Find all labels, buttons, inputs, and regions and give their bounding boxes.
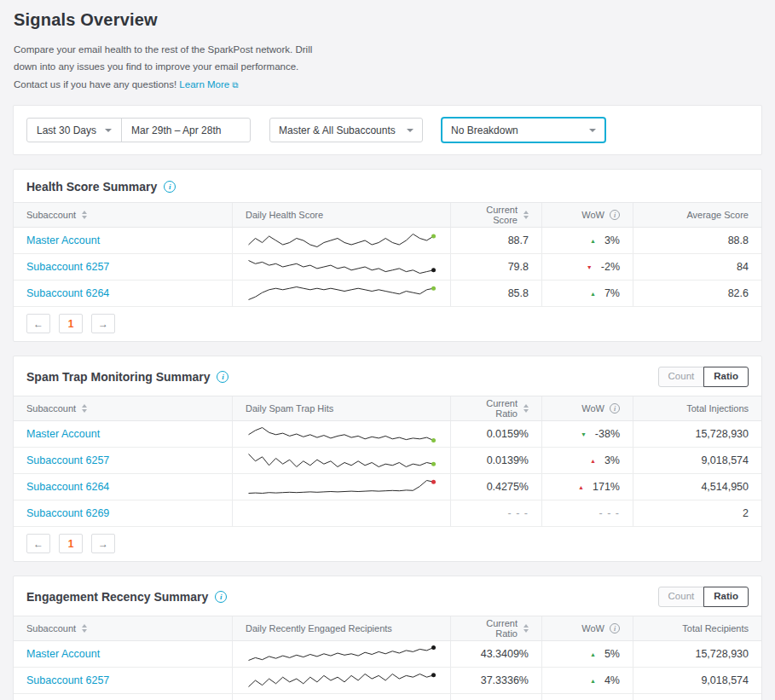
date-range-control: Last 30 Days Mar 29th – Apr 28th	[26, 118, 251, 142]
table-row: Master Account 0.0159% ▼ -38% 15,728,930	[14, 421, 761, 448]
total-injections-cell: 2	[633, 500, 761, 526]
breakdown-select[interactable]: No Breakdown	[442, 118, 605, 142]
current-score-cell: 88.7	[450, 228, 541, 253]
spam-trap-card: Spam Trap Monitoring Summary i Count Rat…	[13, 356, 762, 562]
sort-icon[interactable]	[82, 404, 87, 413]
column-header-current-score[interactable]: Current Score	[450, 203, 541, 227]
spam-trap-table: Subaccount Daily Spam Trap Hits Current …	[14, 396, 761, 527]
learn-more-link[interactable]: Learn More	[179, 79, 229, 90]
external-link-icon: ⧉	[232, 80, 238, 90]
ratio-toggle-button[interactable]: Ratio	[703, 367, 749, 387]
engagement-table: Subaccount Daily Recently Engaged Recipi…	[14, 616, 761, 700]
sparkline-chart	[246, 425, 437, 443]
prev-page-button[interactable]: ←	[26, 534, 50, 553]
column-header-wow: WoW i	[541, 203, 633, 227]
spam-trap-card-header: Spam Trap Monitoring Summary i Count Rat…	[14, 356, 761, 396]
subaccount-link[interactable]: Subaccount 6264	[26, 287, 109, 299]
chevron-down-icon	[105, 129, 112, 132]
count-toggle-button[interactable]: Count	[658, 367, 705, 387]
sparkline-cell	[232, 694, 450, 700]
next-page-button[interactable]: →	[91, 314, 115, 333]
engagement-card-header: Engagement Recency Summary i Count Ratio	[14, 576, 761, 616]
spam-trap-title: Spam Trap Monitoring Summary	[26, 370, 210, 384]
account-select[interactable]: Master & All Subaccounts	[269, 118, 423, 142]
sparkline-chart	[246, 477, 437, 496]
column-header-subaccount[interactable]: Subaccount	[14, 616, 232, 640]
current-ratio-cell: 0.4275%	[450, 474, 541, 500]
ratio-toggle-button[interactable]: Ratio	[703, 587, 749, 607]
sparkline-cell	[232, 421, 450, 447]
wow-cell: ▼ -3%	[541, 694, 633, 700]
column-header-subaccount[interactable]: Subaccount	[14, 203, 232, 227]
subaccount-link[interactable]: Subaccount 6257	[26, 261, 109, 273]
column-header-wow: WoW i	[541, 616, 633, 640]
count-toggle-button[interactable]: Count	[658, 587, 705, 607]
column-header-current-ratio[interactable]: Current Ratio	[450, 616, 541, 640]
next-page-button[interactable]: →	[91, 534, 115, 553]
column-header-wow: WoW i	[541, 396, 633, 420]
column-header-average-score: Average Score	[633, 203, 761, 227]
current-ratio-cell: - - -	[450, 500, 541, 526]
page-number-button[interactable]: 1	[59, 314, 83, 333]
current-ratio-cell: 0.0159%	[450, 421, 541, 447]
wow-cell: ▲ 5%	[541, 641, 633, 667]
wow-cell: ▲ 3%	[541, 228, 633, 253]
subaccount-link[interactable]: Master Account	[26, 428, 100, 440]
prev-page-button[interactable]: ←	[26, 314, 50, 333]
table-header-row: Subaccount Daily Health Score Current Sc…	[14, 202, 761, 228]
subaccount-link[interactable]: Subaccount 6257	[26, 454, 109, 466]
sparkline-cell	[232, 668, 450, 693]
subaccount-cell: Master Account	[14, 421, 232, 447]
date-range-input[interactable]: Mar 29th – Apr 28th	[122, 119, 250, 142]
info-icon[interactable]: i	[610, 210, 620, 220]
subaccount-link[interactable]: Master Account	[26, 234, 100, 246]
average-score-cell: 88.8	[633, 228, 761, 253]
wow-cell: ▲ 7%	[541, 281, 633, 306]
sort-icon[interactable]	[523, 211, 529, 219]
sort-icon[interactable]	[82, 624, 87, 633]
page-description: Compare your email health to the rest of…	[14, 41, 338, 93]
column-header-subaccount[interactable]: Subaccount	[14, 396, 232, 420]
account-select-value: Master & All Subaccounts	[279, 124, 396, 136]
date-preset-dropdown[interactable]: Last 30 Days	[27, 119, 122, 142]
subaccount-cell: Subaccount 6264	[14, 694, 232, 700]
total-injections-cell: 9,018,574	[633, 448, 761, 473]
total-injections-cell: 15,728,930	[633, 421, 761, 447]
info-icon[interactable]: i	[164, 181, 176, 193]
sort-icon[interactable]	[523, 404, 529, 413]
sparkline-chart	[246, 257, 437, 276]
subaccount-link[interactable]: Subaccount 6257	[26, 674, 109, 686]
info-icon[interactable]: i	[215, 591, 227, 603]
info-icon[interactable]: i	[610, 623, 620, 633]
description-line-1: Compare your email health to the rest of…	[14, 44, 312, 55]
trend-up-icon: ▲	[590, 458, 596, 464]
subaccount-link[interactable]: Subaccount 6264	[26, 481, 109, 493]
trend-up-icon: ▲	[590, 238, 596, 244]
page-number-button[interactable]: 1	[59, 534, 83, 553]
trend-up-icon: ▲	[590, 291, 596, 297]
sort-icon[interactable]	[523, 624, 529, 633]
table-row: Subaccount 6257 79.8 ▼ -2% 84	[14, 254, 761, 281]
average-score-cell: 82.6	[633, 281, 761, 306]
trend-up-icon: ▲	[590, 651, 596, 657]
subaccount-link[interactable]: Master Account	[26, 648, 100, 660]
info-icon[interactable]: i	[217, 371, 228, 383]
subaccount-link[interactable]: Subaccount 6269	[26, 507, 109, 519]
sparkline-cell	[232, 641, 450, 667]
sparkline-cell	[232, 500, 450, 526]
column-header-current-ratio[interactable]: Current Ratio	[450, 396, 541, 420]
current-score-cell: 85.8	[450, 281, 541, 306]
wow-cell: ▲ 3%	[541, 448, 633, 473]
table-header-row: Subaccount Daily Recently Engaged Recipi…	[14, 616, 761, 641]
column-header-total-recipients: Total Recipients	[633, 616, 761, 640]
pagination: ← 1 →	[14, 307, 761, 341]
trend-down-icon: ▼	[587, 264, 593, 270]
table-header-row: Subaccount Daily Spam Trap Hits Current …	[14, 396, 761, 421]
subaccount-cell: Subaccount 6269	[14, 500, 232, 526]
table-row: Subaccount 6264 24.3337% ▼ -3% 4,514,950	[14, 694, 761, 700]
info-icon[interactable]: i	[610, 403, 620, 414]
table-row: Subaccount 6264 85.8 ▲ 7% 82.6	[14, 281, 761, 307]
total-recipients-cell: 9,018,574	[633, 668, 761, 693]
sparkline-chart	[246, 284, 437, 303]
sort-icon[interactable]	[82, 211, 87, 219]
